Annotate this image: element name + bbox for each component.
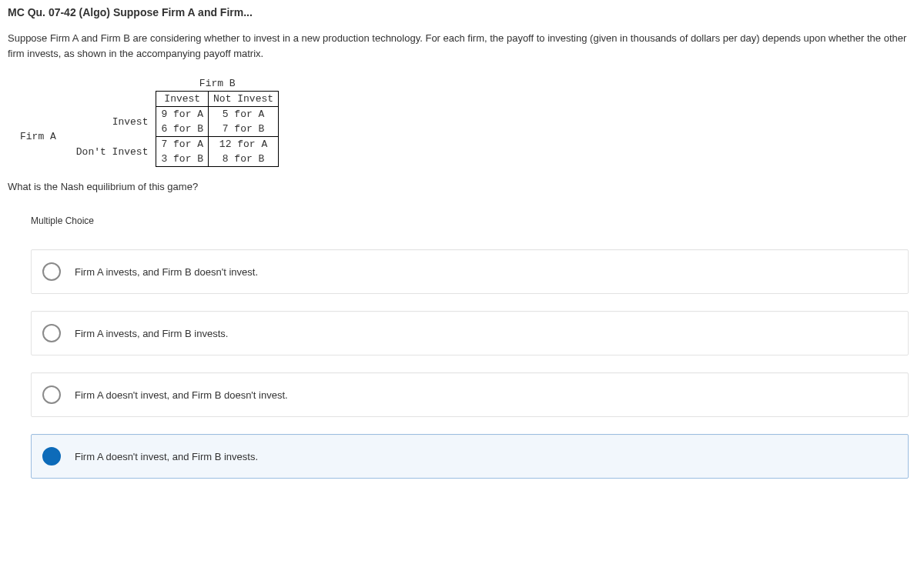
answer-option-0[interactable]: Firm A invests, and Firm B doesn't inves… xyxy=(31,249,909,294)
answer-text: Firm A doesn't invest, and Firm B doesn'… xyxy=(75,389,288,401)
answer-text: Firm A invests, and Firm B invests. xyxy=(75,328,228,339)
cell-1-1-a: 12 for A xyxy=(209,137,279,152)
question-intro: Suppose Firm A and Firm B are considerin… xyxy=(8,31,916,61)
answer-option-2[interactable]: Firm A doesn't invest, and Firm B doesn'… xyxy=(31,372,909,417)
radio-icon xyxy=(42,447,61,466)
col-header-0: Invest xyxy=(156,92,209,107)
cell-1-0-b: 3 for B xyxy=(156,152,209,167)
radio-icon xyxy=(42,324,61,342)
answer-text: Firm A doesn't invest, and Firm B invest… xyxy=(75,451,258,462)
cell-0-0-a: 9 for A xyxy=(156,107,209,122)
answer-option-3[interactable]: Firm A doesn't invest, and Firm B invest… xyxy=(31,434,909,479)
radio-icon xyxy=(42,262,61,281)
payoff-matrix: Firm B Invest Not Invest Firm A Invest 9… xyxy=(15,76,916,167)
row-player-label: Firm A xyxy=(15,107,72,167)
cell-1-1-b: 8 for B xyxy=(209,152,279,167)
mc-label: Multiple Choice xyxy=(31,215,916,226)
radio-icon xyxy=(42,385,61,404)
cell-1-0-a: 7 for A xyxy=(156,137,209,152)
cell-0-1-b: 7 for B xyxy=(209,122,279,137)
cell-0-0-b: 6 for B xyxy=(156,122,209,137)
cell-0-1-a: 5 for A xyxy=(209,107,279,122)
row-header-1: Don't Invest xyxy=(72,137,156,167)
question-title: MC Qu. 07-42 (Algo) Suppose Firm A and F… xyxy=(8,6,916,18)
answer-text: Firm A invests, and Firm B doesn't inves… xyxy=(75,266,258,278)
answer-option-1[interactable]: Firm A invests, and Firm B invests. xyxy=(31,311,909,355)
col-player-label: Firm B xyxy=(156,76,279,92)
col-header-1: Not Invest xyxy=(209,92,279,107)
options-list: Firm A invests, and Firm B doesn't inves… xyxy=(31,249,909,479)
row-header-0: Invest xyxy=(72,107,156,137)
question-prompt: What is the Nash equilibrium of this gam… xyxy=(8,181,916,192)
